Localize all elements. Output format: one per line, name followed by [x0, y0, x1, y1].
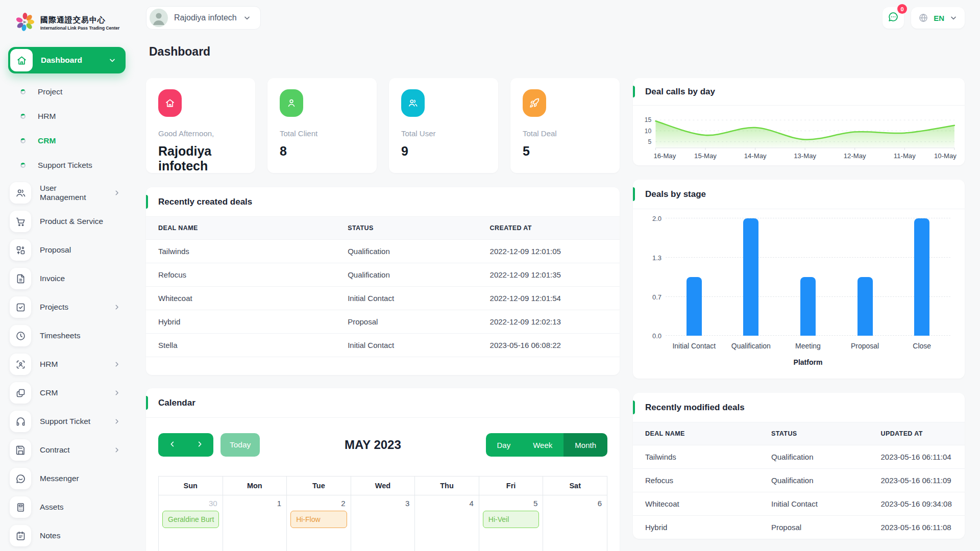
sidebar-item-notes[interactable]: Notes	[8, 521, 126, 550]
sidebar-item-messenger[interactable]: Messenger	[8, 464, 126, 493]
calendar-day-cell[interactable]: 5Hi-Veil	[479, 495, 543, 551]
copy-icon	[10, 382, 31, 404]
stat-card-good-afternoon: Good Afternoon, Rajodiya infotech	[146, 78, 255, 173]
table-cell: 2023-05-16 06:11:08	[869, 516, 965, 539]
calendar-day-header: Sun	[159, 477, 223, 495]
bars	[666, 218, 950, 336]
calendar-toolbar: Today MAY 2023 DayWeekMonth	[146, 418, 620, 457]
deal-calls-chart: 15105 16-May15-May14-May13-May12-May11-M…	[633, 106, 965, 165]
calendar-day-cell[interactable]: 1	[223, 495, 287, 551]
sidebar-item-user-management[interactable]: User Management	[8, 179, 126, 207]
stat-value: 9	[401, 144, 486, 159]
calendar-view-month[interactable]: Month	[564, 433, 607, 457]
table-cell: 2023-05-16 09:34:08	[869, 492, 965, 516]
table-header: DEAL NAMESTATUSUPDATED AT	[633, 422, 965, 445]
table-cell: Proposal	[759, 516, 869, 539]
calendar-today-button[interactable]: Today	[220, 433, 260, 457]
sidebar-item-contract[interactable]: Contract	[8, 436, 126, 464]
column-header: DEAL NAME	[633, 422, 759, 445]
card-title: Calendar	[146, 388, 620, 418]
calendar-day-cell[interactable]: 4	[415, 495, 479, 551]
ring-bullet-icon	[20, 89, 26, 94]
calendar-event[interactable]: Geraldine Burt	[162, 511, 219, 528]
sidebar-item-invoice[interactable]: Invoice	[8, 264, 126, 293]
calendar-prev-button[interactable]	[158, 433, 186, 457]
table-footer-spacer	[146, 357, 620, 375]
calendar-event[interactable]: Hi-Veil	[483, 511, 540, 528]
calendar-day-cell[interactable]: 2Hi-Flow	[287, 495, 351, 551]
svg-text:15: 15	[645, 116, 652, 123]
calendar-date: 30	[159, 495, 223, 510]
messages-button[interactable]: 0	[883, 7, 904, 29]
workspace-selector[interactable]: Rajodiya infotech	[146, 6, 261, 30]
brand-title-cn: 國際通證交易中心	[40, 15, 119, 24]
y-axis-tick: 0.7	[646, 293, 662, 300]
bar-column	[666, 218, 723, 336]
sidebar-item-assets[interactable]: Assets	[8, 493, 126, 521]
sidebar-item-projects[interactable]: Projects	[8, 293, 126, 321]
svg-text:10: 10	[645, 128, 652, 135]
bar-plot: 0.00.71.32.0	[666, 218, 950, 336]
chat-bubble-icon	[888, 11, 899, 24]
sidebar-item-crm[interactable]: CRM	[8, 379, 126, 407]
table-cell: Whitecoat	[633, 492, 759, 516]
recently-created-deals-card: Recently created deals DEAL NAMESTATUSCR…	[146, 187, 620, 375]
table-row: TailwindsQualification2022-12-09 12:01:0…	[146, 240, 620, 263]
deals-by-stage-chart: 0.00.71.32.0 Initial ContactQualificatio…	[633, 209, 965, 379]
table-cell: Proposal	[335, 310, 477, 334]
card-title: Deal calls by day	[633, 78, 965, 106]
cart-icon	[10, 211, 31, 232]
calendar-view-toggle: DayWeekMonth	[486, 433, 607, 457]
table-cell: Refocus	[146, 263, 335, 287]
brand-logo[interactable]: 國際通證交易中心 International Link Pass Trading…	[14, 11, 126, 35]
chevron-right-icon	[113, 389, 120, 396]
table-cell: Initial Contact	[335, 334, 477, 357]
stat-value: Rajodiya infotech	[158, 144, 243, 173]
table-cell: Qualification	[759, 445, 869, 469]
y-axis-tick: 0.0	[646, 332, 662, 340]
calendar-date: 1	[223, 495, 287, 510]
sidebar-item-support-ticket[interactable]: Support Ticket	[8, 407, 126, 436]
bar-proposal	[857, 277, 873, 336]
sidebar-subitem-project[interactable]: Project	[8, 80, 126, 104]
table-cell: Stella	[146, 334, 335, 357]
language-selector[interactable]: EN	[911, 7, 965, 29]
sidebar-item-proposal[interactable]: Proposal	[8, 236, 126, 264]
stat-cards-row: Good Afternoon, Rajodiya infotech Total …	[146, 78, 620, 173]
brand-text: 國際通證交易中心 International Link Pass Trading…	[40, 15, 119, 31]
calendar-view-day[interactable]: Day	[486, 433, 522, 457]
calendar-event[interactable]: Hi-Flow	[290, 511, 347, 528]
user-icon	[280, 89, 303, 117]
table-cell: Tailwinds	[633, 445, 759, 469]
table-cell: 2022-12-09 12:02:13	[478, 310, 620, 334]
calendar-next-button[interactable]	[186, 433, 213, 457]
stat-card-total-client: Total Client 8	[267, 78, 377, 173]
column-header: CREATED AT	[478, 217, 620, 240]
svg-text:14-May: 14-May	[744, 152, 767, 160]
sidebar-item-hrm[interactable]: HRM	[8, 350, 126, 379]
sidebar-item-product-service[interactable]: Product & Service	[8, 207, 126, 236]
calendar-day-cell[interactable]: 6	[543, 495, 607, 551]
table-row: TailwindsQualification2023-05-16 06:11:0…	[633, 445, 965, 469]
sidebar-item-timesheets[interactable]: Timesheets	[8, 321, 126, 350]
calendar-day-header: Mon	[223, 477, 287, 495]
calendar-day-header: Wed	[351, 477, 415, 495]
calendar-card: Calendar Today MAY 2023 DayWeekMonth Sun…	[146, 388, 620, 551]
bar-qualification	[743, 218, 758, 336]
chevron-right-icon	[113, 189, 120, 196]
calendar-day-cell[interactable]: 30Geraldine Burt	[159, 495, 223, 551]
calendar-view-week[interactable]: Week	[522, 433, 564, 457]
table-row: StellaInitial Contact2023-05-16 06:08:22	[146, 334, 620, 357]
calendar-date: 3	[351, 495, 415, 510]
sidebar-item-dashboard[interactable]: Dashboard	[8, 47, 126, 73]
sidebar-subitem-hrm[interactable]: HRM	[8, 104, 126, 129]
sidebar-subitem-support-tickets[interactable]: Support Tickets	[8, 153, 126, 178]
table-cell: Hybrid	[146, 310, 335, 334]
stat-card-total-user: Total User 9	[389, 78, 498, 173]
table-cell: Tailwinds	[146, 240, 335, 263]
y-axis-tick: 1.3	[646, 254, 662, 261]
calendar-day-cell[interactable]: 3	[351, 495, 415, 551]
sidebar-subitem-crm[interactable]: CRM	[8, 129, 126, 153]
topbar: Rajodiya infotech 0 EN	[146, 6, 965, 30]
table-cell: 2023-05-16 06:08:22	[478, 334, 620, 357]
